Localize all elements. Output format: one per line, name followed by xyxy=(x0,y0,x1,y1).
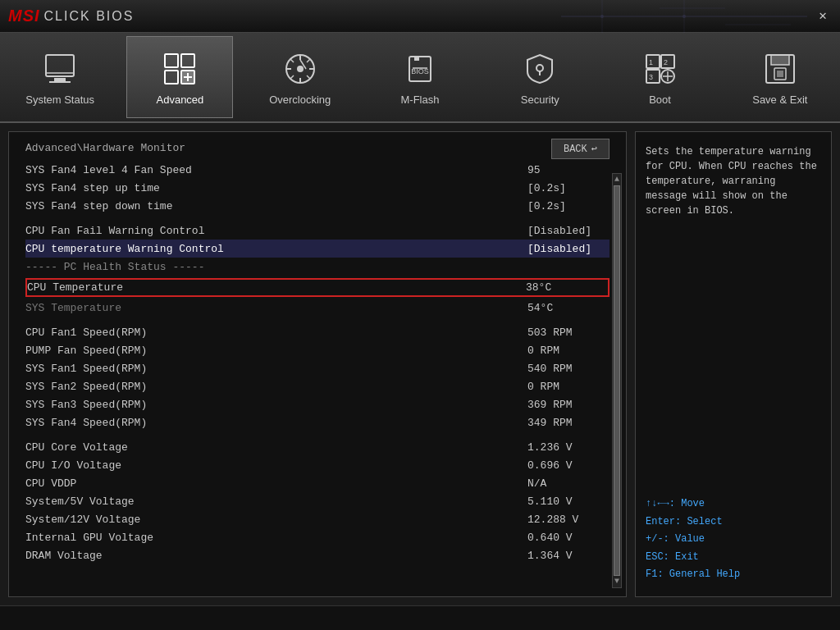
svg-rect-44 xyxy=(771,55,789,65)
row-value: 5.110 V xyxy=(527,495,609,508)
nav-label-system-status: System Status xyxy=(25,94,94,106)
svg-text:1: 1 xyxy=(649,58,653,66)
row-value: 0.640 V xyxy=(527,532,609,544)
svg-text:2: 2 xyxy=(664,58,668,66)
bios-row[interactable]: Internal GPU Voltage0.640 V xyxy=(25,528,609,546)
help-key: ↑↓←→: Move xyxy=(646,495,821,514)
svg-rect-29 xyxy=(414,57,419,61)
bios-row[interactable]: DRAM Voltage1.364 V xyxy=(25,546,609,564)
nav-bar: System Status Advanced xyxy=(0,33,840,123)
scroll-up-arrow[interactable]: ▲ xyxy=(614,176,619,184)
bios-row[interactable]: SYS Fan4 Speed(RPM)349 RPM xyxy=(25,413,609,431)
bios-row[interactable]: SYS Fan4 level 4 Fan Speed95 xyxy=(25,161,609,179)
breadcrumb: Advanced\Hardware Monitor xyxy=(9,132,626,161)
help-key: F1: General Help xyxy=(646,566,821,584)
scrollbar[interactable]: ▲ ▼ xyxy=(612,173,622,588)
row-label: SYS Fan4 step down time xyxy=(25,200,527,212)
nav-item-security[interactable]: Security xyxy=(486,36,593,118)
row-value: 503 RPM xyxy=(527,326,609,339)
row-value: 349 RPM xyxy=(527,417,609,429)
save-exit-icon xyxy=(760,49,800,89)
bios-row[interactable]: CPU VDDPN/A xyxy=(25,474,609,492)
svg-point-18 xyxy=(297,66,304,72)
svg-line-26 xyxy=(290,75,294,79)
row-value: [Disabled] xyxy=(527,243,609,255)
row-value: 12.288 V xyxy=(527,514,609,526)
row-label: SYS Fan1 Speed(RPM) xyxy=(25,363,527,375)
nav-label-security: Security xyxy=(521,94,559,106)
bios-row[interactable]: System/5V Voltage5.110 V xyxy=(25,492,609,510)
bios-row[interactable]: CPU temperature Warning Control[Disabled… xyxy=(25,240,609,258)
help-key: Enter: Select xyxy=(646,514,821,532)
row-value: 0 RPM xyxy=(527,345,609,357)
nav-label-advanced: Advanced xyxy=(157,94,204,106)
bios-row[interactable]: CPU I/O Voltage0.696 V xyxy=(25,456,609,474)
svg-point-32 xyxy=(536,65,543,71)
row-label: PUMP Fan Speed(RPM) xyxy=(25,345,527,357)
msi-logo: MSI xyxy=(8,7,40,25)
nav-label-m-flash: M-Flash xyxy=(401,94,440,106)
row-value: 1.364 V xyxy=(527,550,609,562)
nav-item-system-status[interactable]: System Status xyxy=(7,36,113,118)
row-label: CPU Core Voltage xyxy=(25,441,527,454)
row-value: 95 xyxy=(527,164,609,176)
help-key: ESC: Exit xyxy=(646,549,821,567)
svg-line-24 xyxy=(307,75,310,79)
content-panel: Advanced\Hardware Monitor BACK ↩ SYS Fan… xyxy=(8,131,627,597)
row-label: CPU temperature Warning Control xyxy=(25,243,527,255)
bios-row[interactable]: SYS Fan1 Speed(RPM)540 RPM xyxy=(25,359,609,377)
nav-item-overclocking[interactable]: Overclocking xyxy=(247,36,354,118)
row-label: SYS Fan4 Speed(RPM) xyxy=(25,417,527,429)
nav-item-advanced[interactable]: Advanced xyxy=(126,36,233,118)
row-value: 0 RPM xyxy=(527,381,609,393)
help-keys: ↑↓←→: MoveEnter: Select+/-: ValueESC: Ex… xyxy=(646,495,821,584)
row-label: CPU Fan Fail Warning Control xyxy=(25,225,527,237)
spacer xyxy=(25,215,609,221)
close-button[interactable]: ✕ xyxy=(814,7,832,25)
row-label: SYS Fan3 Speed(RPM) xyxy=(25,399,527,411)
bios-row[interactable]: SYS Fan4 step down time[0.2s] xyxy=(25,197,609,215)
nav-item-m-flash[interactable]: BIOS M-Flash xyxy=(367,36,473,118)
main-area: Advanced\Hardware Monitor BACK ↩ SYS Fan… xyxy=(0,123,840,605)
row-label: SYS Fan4 step up time xyxy=(25,182,527,194)
back-button[interactable]: BACK ↩ xyxy=(551,139,609,159)
bios-row[interactable]: SYS Fan3 Speed(RPM)369 RPM xyxy=(25,395,609,413)
nav-item-boot[interactable]: 1 2 3 Boot xyxy=(607,36,714,118)
bios-row[interactable]: CPU Core Voltage1.236 V xyxy=(25,438,609,456)
svg-point-4 xyxy=(600,15,604,18)
row-value: [0.2s] xyxy=(527,200,609,212)
svg-rect-9 xyxy=(49,81,71,83)
scroll-down-arrow[interactable]: ▼ xyxy=(614,578,619,586)
top-bar: MSI CLICK BIOS ✕ xyxy=(0,0,840,33)
row-label: CPU VDDP xyxy=(25,477,527,490)
bios-row[interactable]: SYS Fan2 Speed(RPM)0 RPM xyxy=(25,377,609,395)
bios-row[interactable]: System/12V Voltage12.288 V xyxy=(25,510,609,528)
bios-row[interactable]: PUMP Fan Speed(RPM)0 RPM xyxy=(25,341,609,359)
section-separator: ----- PC Health Status ----- xyxy=(25,258,609,276)
system-status-icon xyxy=(40,49,80,89)
row-value: 54°C xyxy=(527,302,609,314)
svg-line-23 xyxy=(290,59,294,62)
status-bar xyxy=(0,605,840,630)
row-label: CPU Temperature xyxy=(27,281,526,294)
help-text: Sets the temperature warning for CPU. Wh… xyxy=(646,144,821,487)
svg-point-5 xyxy=(682,15,686,18)
bios-row[interactable]: CPU Fan Fail Warning Control[Disabled] xyxy=(25,221,609,240)
nav-label-boot: Boot xyxy=(649,94,671,106)
svg-line-25 xyxy=(307,59,310,62)
spacer xyxy=(25,317,609,323)
highlighted-row[interactable]: CPU Temperature38°C xyxy=(25,278,609,297)
help-panel: Sets the temperature warning for CPU. Wh… xyxy=(635,131,832,597)
row-value: 540 RPM xyxy=(527,363,609,375)
m-flash-icon: BIOS xyxy=(400,49,440,89)
nav-label-save-exit: Save & Exit xyxy=(752,94,807,106)
row-value: [Disabled] xyxy=(527,225,609,237)
nav-item-save-exit[interactable]: Save & Exit xyxy=(727,36,833,118)
row-label: CPU I/O Voltage xyxy=(25,459,527,472)
svg-rect-8 xyxy=(54,78,66,81)
scroll-thumb[interactable] xyxy=(614,185,620,576)
bios-row[interactable]: SYS Fan4 step up time[0.2s] xyxy=(25,179,609,197)
row-label: SYS Fan4 level 4 Fan Speed xyxy=(25,164,527,176)
row-label: DRAM Voltage xyxy=(25,550,527,562)
bios-row[interactable]: CPU Fan1 Speed(RPM)503 RPM xyxy=(25,323,609,341)
